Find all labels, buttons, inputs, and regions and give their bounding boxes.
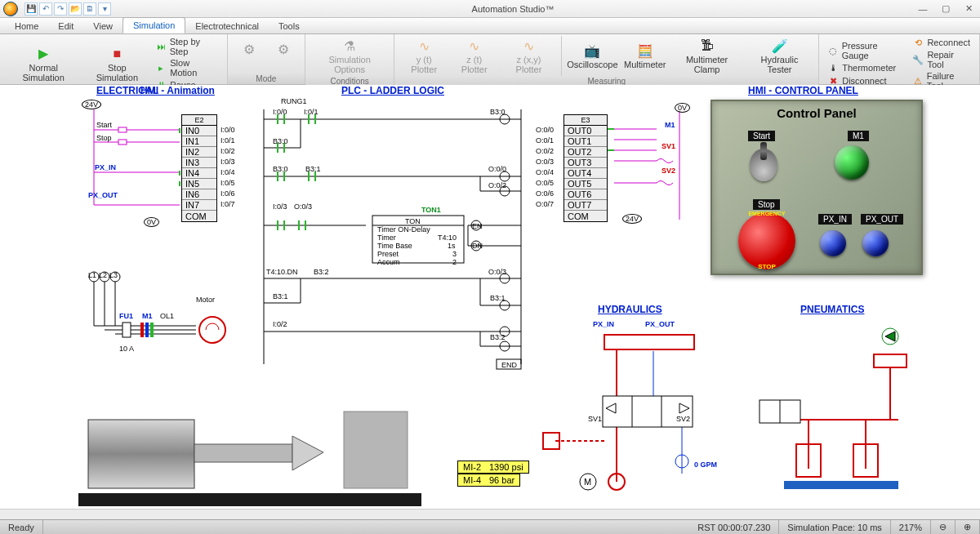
qat-open-icon[interactable]: 📂 [69, 2, 82, 16]
zoom-in-button[interactable]: ⊕ [956, 520, 980, 534]
thermometer-button[interactable]: 🌡Thermometer [824, 61, 907, 74]
window-controls: — ▢ ✕ [911, 1, 980, 17]
stop-simulation-button[interactable]: ■Stop Simulation [83, 36, 150, 91]
module-header: E2 [182, 115, 216, 126]
maximize-button[interactable]: ▢ [934, 1, 957, 17]
start-toggle-switch[interactable] [750, 149, 777, 181]
horizontal-scrollbar[interactable] [0, 509, 980, 519]
ladder-label: 1s [448, 242, 456, 250]
schematic-page[interactable]: ELECTRICAL PLC - LADDER LOGIC HMI - CONT… [0, 85, 968, 510]
label-0v: 0V [144, 217, 159, 227]
label-hyd-sv1: SV1 [588, 415, 602, 423]
ladder-label: B3:1 [490, 294, 506, 302]
tab-view[interactable]: View [83, 19, 122, 33]
mode-button-1: ⚙ [233, 36, 265, 73]
svg-rect-80 [78, 493, 421, 506]
plotter-icon: ∿ [416, 38, 432, 54]
addr-label: I:0/2 [220, 147, 235, 155]
ladder-label: Accum [377, 258, 400, 266]
output-module-e3[interactable]: E3 OUT0 OUT1 OUT2 OUT3 OUT4 OUT5 OUT6 OU… [564, 114, 608, 222]
oscilloscope-button[interactable]: 📺Oscilloscope [564, 36, 620, 76]
qat-more-icon[interactable]: ▾ [98, 2, 111, 16]
zoom-out-button[interactable]: ⊖ [931, 520, 956, 534]
simulation-options-button: ⚗Simulation Options [310, 36, 390, 76]
group-label: Mode [228, 73, 305, 84]
label-stop: Stop [96, 134, 112, 142]
svg-rect-84 [344, 412, 408, 488]
io-row: COM [564, 211, 607, 221]
wrench-icon: 🔧 [912, 54, 924, 65]
tab-simulation[interactable]: Simulation [122, 17, 185, 33]
input-module-e2[interactable]: E2 IN0 IN1 IN2 IN3 IN4 IN5 IN6 IN7 COM [181, 114, 217, 222]
io-row: IN6 [182, 189, 216, 200]
svg-rect-23 [140, 323, 144, 337]
addr-label: I:0/4 [220, 168, 235, 176]
svg-rect-112 [784, 481, 898, 489]
slow-icon: ▸ [155, 62, 167, 73]
measurement-mi2: MI-21390 psi [457, 461, 529, 474]
status-rst: RST 00:00:07.230 [689, 520, 779, 534]
slow-motion-button[interactable]: ▸Slow Motion [152, 57, 221, 78]
ribbon-group-measuring: ∿y (t) Plotter ∿z (t) Plotter ∿z (x,y) P… [394, 34, 819, 84]
hmi-control-panel[interactable]: Control Panel Start M1 Stop PX_IN PX_OUT [710, 100, 923, 275]
multimeter-clamp-button[interactable]: 🗜Multimeter Clamp [670, 36, 744, 76]
close-button[interactable]: ✕ [957, 1, 980, 17]
svg-rect-101 [874, 354, 906, 367]
ladder-label: O:0/3 [488, 268, 506, 276]
normal-simulation-button[interactable]: ▶Normal Simulation [5, 36, 82, 91]
heading-hmi-panel: HMI - CONTROL PANEL [748, 85, 858, 96]
svg-text:M: M [584, 477, 591, 487]
tab-tools[interactable]: Tools [269, 19, 310, 33]
zt-plotter-button: ∿z (t) Plotter [450, 36, 499, 76]
qat-save-icon[interactable]: 💾 [24, 2, 38, 16]
step-by-step-button[interactable]: ⏭Step by Step [152, 36, 221, 57]
io-row: OUT3 [564, 158, 607, 168]
ladder-label: T4:10 [438, 234, 457, 242]
pressure-gauge-button[interactable]: ◌Pressure Gauge [824, 40, 907, 61]
label-l3: L3 [109, 271, 118, 279]
gear-icon: ⚙ [275, 42, 292, 58]
ladder-end: END [501, 361, 517, 369]
tab-edit[interactable]: Edit [48, 19, 83, 33]
panel-label-m1: M1 [848, 131, 869, 141]
svg-rect-2 [118, 127, 127, 132]
tab-home[interactable]: Home [5, 19, 48, 33]
addr-label: O:0/3 [536, 158, 554, 166]
ladder-label: B3:2 [314, 268, 329, 276]
tab-electrotechnical[interactable]: Electrotechnical [185, 19, 269, 33]
ribbon: ▶Normal Simulation ■Stop Simulation ⏭Ste… [0, 34, 980, 85]
ladder-label: Timer [377, 234, 396, 242]
canvas[interactable]: ELECTRICAL PLC - LADDER LOGIC HMI - CONT… [0, 85, 980, 519]
qat-redo-icon[interactable]: ↷ [54, 2, 67, 16]
qat-undo-icon[interactable]: ↶ [39, 2, 52, 16]
addr-label: I:0/1 [220, 136, 235, 145]
hydraulic-tester-button[interactable]: 🧪Hydraulic Tester [746, 36, 813, 76]
gear-icon: ⚙ [241, 42, 257, 58]
svg-marker-83 [292, 436, 323, 470]
title-bar: 💾 ↶ ↷ 📂 🗎 ▾ Automation Studio™ — ▢ ✕ [0, 0, 980, 18]
ladder-label: 2 [452, 258, 457, 266]
minimize-button[interactable]: — [911, 1, 934, 17]
multimeter-button[interactable]: 🧮Multimeter [621, 36, 668, 76]
measurement-mi4: MI-496 bar [457, 474, 520, 487]
qat-new-icon[interactable]: 🗎 [83, 2, 96, 16]
repair-tool-button[interactable]: 🔧Repair Tool [909, 49, 974, 70]
addr-label: O:0/7 [536, 200, 554, 208]
addr-label: O:0/1 [536, 136, 554, 145]
hydraulics-circuit: M [539, 318, 727, 506]
label-l2: L2 [99, 271, 107, 279]
panel-label-start: Start [748, 131, 775, 141]
addr-label: O:0/5 [536, 179, 554, 187]
ladder-label: B3:1 [273, 292, 288, 300]
io-row: IN4 [182, 168, 216, 179]
reconnect-button[interactable]: ⟲Reconnect [909, 36, 974, 49]
io-row: OUT5 [564, 179, 607, 189]
multimeter-icon: 🧮 [637, 42, 653, 59]
heading-hydraulics: HYDRAULICS [598, 304, 662, 315]
emergency-stop-button[interactable] [738, 212, 795, 269]
panel-label-pxin: PX_IN [818, 214, 852, 225]
ladder-label: TON1 [421, 206, 441, 214]
zxy-plotter-button: ∿z (x,y) Plotter [500, 36, 557, 76]
plotter-icon: ∿ [466, 38, 483, 54]
panel-label-stop: Stop [753, 199, 780, 210]
